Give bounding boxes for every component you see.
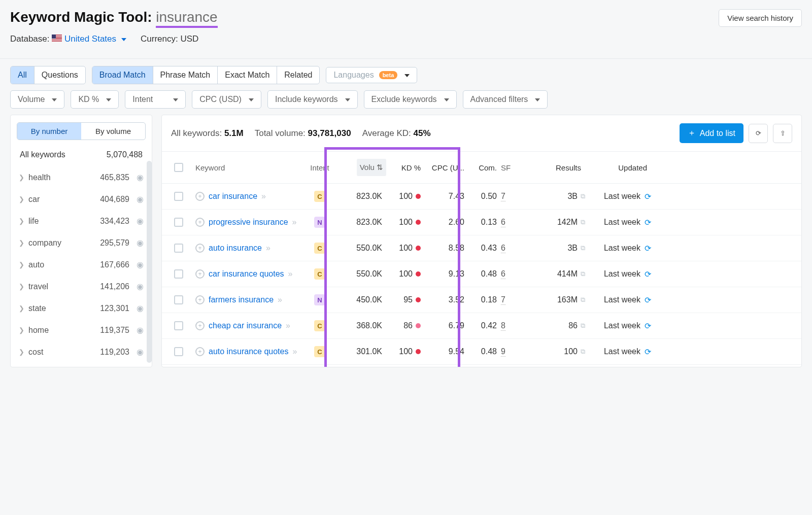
eye-icon[interactable]: ◉ [137, 347, 144, 357]
sidebar-all-keywords-label[interactable]: All keywords [20, 150, 65, 159]
add-keyword-icon[interactable]: + [195, 218, 205, 227]
col-intent[interactable]: Intent [302, 163, 337, 172]
refresh-row-icon[interactable]: ⟳ [645, 321, 651, 331]
refresh-row-icon[interactable]: ⟳ [645, 192, 651, 201]
sidebar-item-cost[interactable]: ❯cost119,203◉ [11, 341, 152, 363]
filter-cpc[interactable]: CPC (USD) [192, 90, 261, 109]
filter-exclude-keywords[interactable]: Exclude keywords [364, 90, 457, 109]
sf-value[interactable]: 8 [501, 321, 505, 331]
add-keyword-icon[interactable]: + [195, 192, 205, 201]
database-selector[interactable]: Database: United States [10, 34, 126, 44]
eye-icon[interactable]: ◉ [137, 216, 144, 226]
eye-icon[interactable]: ◉ [137, 194, 144, 204]
eye-icon[interactable]: ◉ [137, 173, 144, 182]
filter-advanced[interactable]: Advanced filters [463, 90, 548, 109]
tab-phrase-match[interactable]: Phrase Match [153, 66, 218, 84]
keyword-link[interactable]: car insurance quotes [209, 269, 284, 279]
serp-icon[interactable]: ⧉ [581, 348, 585, 356]
keyword-link[interactable]: progressive insurance [209, 218, 288, 227]
serp-icon[interactable]: ⧉ [581, 218, 585, 226]
add-keyword-icon[interactable]: + [195, 321, 205, 330]
row-checkbox[interactable] [174, 192, 183, 201]
sf-value[interactable]: 7 [501, 192, 505, 201]
add-keyword-icon[interactable]: + [195, 269, 205, 279]
double-chevron-icon[interactable]: » [278, 295, 282, 304]
eye-icon[interactable]: ◉ [137, 238, 144, 248]
double-chevron-icon[interactable]: » [288, 269, 293, 279]
add-keyword-icon[interactable]: + [195, 295, 205, 304]
col-updated[interactable]: Updated [585, 163, 651, 172]
tab-all[interactable]: All [11, 66, 35, 84]
keyword-link[interactable]: auto insurance [209, 244, 262, 253]
double-chevron-icon[interactable]: » [292, 347, 297, 356]
sidebar-scrollbar[interactable] [147, 161, 152, 363]
col-sf[interactable]: SF [501, 163, 524, 172]
col-volume[interactable]: Volu ⇅ [337, 159, 386, 176]
sidebar-item-health[interactable]: ❯health465,835◉ [11, 166, 152, 188]
refresh-row-icon[interactable]: ⟳ [645, 269, 651, 279]
sidebar-item-travel[interactable]: ❯travel141,206◉ [11, 276, 152, 297]
serp-icon[interactable]: ⧉ [581, 322, 585, 330]
col-kd[interactable]: KD % [386, 163, 425, 172]
double-chevron-icon[interactable]: » [261, 192, 266, 201]
sidebar-item-state[interactable]: ❯state123,301◉ [11, 297, 152, 319]
filter-include-keywords[interactable]: Include keywords [267, 90, 358, 109]
eye-icon[interactable]: ◉ [137, 325, 144, 335]
sf-value[interactable]: 6 [501, 218, 505, 227]
filter-intent[interactable]: Intent [125, 90, 186, 109]
double-chevron-icon[interactable]: » [292, 218, 297, 227]
col-cpc[interactable]: CPC (U... [425, 163, 468, 172]
add-keyword-icon[interactable]: + [195, 244, 205, 253]
sidebar-item-home[interactable]: ❯home119,375◉ [11, 319, 152, 341]
row-checkbox[interactable] [174, 321, 183, 330]
add-to-list-button[interactable]: ＋Add to list [680, 123, 743, 143]
view-history-button[interactable]: View search history [719, 9, 802, 27]
add-keyword-icon[interactable]: + [195, 347, 205, 356]
sf-value[interactable]: 9 [501, 347, 505, 357]
col-results[interactable]: Results [524, 163, 585, 172]
sidebar-by-number[interactable]: By number [17, 123, 81, 140]
filter-kd[interactable]: KD % [71, 90, 119, 109]
refresh-row-icon[interactable]: ⟳ [645, 347, 651, 357]
tab-broad-match[interactable]: Broad Match [92, 66, 153, 84]
eye-icon[interactable]: ◉ [137, 260, 144, 269]
export-button[interactable]: ⇧ [773, 124, 792, 143]
languages-dropdown[interactable]: Languages beta [326, 67, 417, 83]
serp-icon[interactable]: ⧉ [581, 270, 585, 278]
eye-icon[interactable]: ◉ [137, 282, 144, 291]
serp-icon[interactable]: ⧉ [581, 192, 585, 200]
refresh-button[interactable]: ⟳ [749, 124, 768, 143]
sf-value[interactable]: 6 [501, 244, 505, 253]
eye-icon[interactable]: ◉ [137, 303, 144, 313]
select-all-checkbox[interactable] [174, 163, 183, 172]
sidebar-item-company[interactable]: ❯company295,579◉ [11, 232, 152, 254]
double-chevron-icon[interactable]: » [286, 321, 290, 330]
refresh-row-icon[interactable]: ⟳ [645, 218, 651, 227]
keyword-link[interactable]: auto insurance quotes [209, 347, 288, 356]
tab-exact-match[interactable]: Exact Match [218, 66, 277, 84]
double-chevron-icon[interactable]: » [266, 244, 270, 253]
filter-volume[interactable]: Volume [10, 90, 64, 109]
sidebar-item-auto[interactable]: ❯auto167,666◉ [11, 254, 152, 276]
serp-icon[interactable]: ⧉ [581, 296, 585, 304]
sidebar-item-life[interactable]: ❯life334,423◉ [11, 210, 152, 232]
tab-questions[interactable]: Questions [35, 66, 85, 84]
row-checkbox[interactable] [174, 218, 183, 227]
serp-icon[interactable]: ⧉ [581, 244, 585, 252]
refresh-row-icon[interactable]: ⟳ [645, 244, 651, 253]
sidebar-by-volume[interactable]: By volume [81, 123, 145, 140]
row-checkbox[interactable] [174, 269, 183, 279]
col-keyword[interactable]: Keyword [195, 163, 302, 172]
tab-related[interactable]: Related [277, 66, 319, 84]
sf-value[interactable]: 6 [501, 269, 505, 279]
sf-value[interactable]: 7 [501, 295, 505, 305]
row-checkbox[interactable] [174, 244, 183, 253]
col-com[interactable]: Com. [468, 163, 501, 172]
keyword-link[interactable]: car insurance [209, 192, 257, 201]
row-checkbox[interactable] [174, 295, 183, 304]
keyword-link[interactable]: cheap car insurance [209, 321, 282, 330]
keyword-link[interactable]: farmers insurance [209, 295, 274, 304]
row-checkbox[interactable] [174, 347, 183, 356]
refresh-row-icon[interactable]: ⟳ [645, 295, 651, 305]
sidebar-item-car[interactable]: ❯car404,689◉ [11, 188, 152, 210]
